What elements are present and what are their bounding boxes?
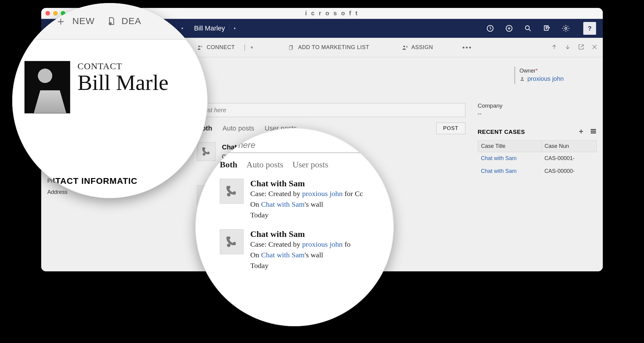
case-number-cell: CAS-00001- <box>541 152 597 165</box>
svg-point-4 <box>565 27 567 30</box>
feed-time-zoom: Today <box>250 210 363 220</box>
feed-title-zoom[interactable]: Chat with Sam <box>250 179 363 188</box>
company-field: Company -- <box>478 102 597 117</box>
feed-title-zoom[interactable]: Chat with Sam <box>250 229 351 239</box>
help-button[interactable]: ? <box>583 22 596 35</box>
feed-item-zoom: Chat with Sam Case: Created by proxious … <box>220 179 394 220</box>
more-commands-button[interactable]: ••• <box>462 44 472 52</box>
post-input[interactable]: post here <box>197 103 465 117</box>
popout-icon[interactable] <box>578 44 584 52</box>
svg-point-17 <box>227 193 231 197</box>
record-type-label: CONTACT <box>78 61 168 71</box>
feed-author-link[interactable]: proxious john <box>302 190 343 198</box>
svg-point-9 <box>403 45 405 47</box>
svg-point-18 <box>227 244 231 247</box>
case-row[interactable]: Chat with SamCAS-00000- <box>478 165 597 178</box>
feed-line-zoom: On Chat with Sam's wall <box>250 199 363 210</box>
gear-icon[interactable] <box>561 24 570 33</box>
feed-wall-link[interactable]: Chat with Sam <box>261 251 305 259</box>
owner-value[interactable]: proxious john <box>519 75 597 82</box>
breadcrumb-record[interactable]: Bill Marley ▾ <box>187 19 240 38</box>
cmd-label: CONNECT <box>207 44 235 51</box>
add-case-icon[interactable] <box>578 128 584 136</box>
phone-case-icon <box>220 179 244 204</box>
svg-point-10 <box>203 153 205 156</box>
svg-point-5 <box>198 45 200 47</box>
chevron-down-icon[interactable]: ▾ <box>234 26 236 30</box>
feed-author-link[interactable]: proxious john <box>302 240 343 248</box>
cmd-label: ASSIGN <box>411 44 433 51</box>
owner-label: Owner <box>519 68 536 74</box>
feed-line-zoom: Case: Created by proxious john fo <box>250 239 351 250</box>
breadcrumb-label: Bill Marley <box>194 24 225 32</box>
mac-minimize-icon[interactable] <box>53 11 58 16</box>
connect-dropdown[interactable]: │ ▾ <box>244 45 253 50</box>
search-icon[interactable] <box>523 24 533 33</box>
case-title-cell[interactable]: Chat with Sam <box>478 152 541 165</box>
svg-point-6 <box>201 45 202 47</box>
contact-name: Bill Marle <box>78 71 168 95</box>
chevron-down-icon[interactable]: ▾ <box>181 26 183 30</box>
feed-line-zoom: On Chat with Sam's wall <box>250 250 351 260</box>
add-marketing-button[interactable]: ADD TO MARKETING LIST <box>285 42 372 53</box>
tab-both-zoom[interactable]: Both <box>220 160 237 170</box>
company-value: -- <box>478 110 597 117</box>
add-icon[interactable] <box>505 24 514 33</box>
svg-rect-14 <box>591 131 596 132</box>
cases-grid-icon[interactable] <box>590 128 597 136</box>
svg-rect-8 <box>289 46 292 50</box>
tab-user-posts-zoom[interactable]: User posts <box>292 160 328 170</box>
cases-col-number[interactable]: Case Nun <box>541 141 597 152</box>
contact-avatar <box>24 61 70 113</box>
tab-auto-posts[interactable]: Auto posts <box>223 124 254 132</box>
owner-field: Owner* proxious john <box>514 66 597 84</box>
phone-case-icon <box>197 142 216 161</box>
section-heading-fragment: NTACT INFORMATIC <box>49 176 137 186</box>
right-pane: Owner* proxious john Company -- RECENT C… <box>475 57 603 271</box>
advanced-find-icon[interactable] <box>542 24 552 33</box>
cmd-label: ADD TO MARKETING LIST <box>298 44 369 51</box>
feed-wall-link[interactable]: Chat with Sam <box>261 200 305 208</box>
nav-up-icon[interactable] <box>551 44 558 52</box>
cases-col-title[interactable]: Case Title <box>478 141 541 152</box>
recent-icon[interactable] <box>486 24 495 33</box>
case-row[interactable]: Chat with SamCAS-00001- <box>478 152 597 165</box>
close-icon[interactable] <box>591 44 598 52</box>
svg-rect-13 <box>591 129 596 130</box>
svg-point-2 <box>525 26 529 30</box>
company-label: Company <box>478 102 597 109</box>
case-number-cell: CAS-00000- <box>541 165 597 178</box>
mac-close-icon[interactable] <box>45 11 50 16</box>
connect-button[interactable]: CONNECT <box>194 42 238 53</box>
deactivate-button[interactable]: DEA <box>107 16 141 26</box>
post-button[interactable]: POST <box>436 123 465 134</box>
svg-point-12 <box>521 77 523 79</box>
phone-case-icon <box>220 229 244 254</box>
svg-rect-15 <box>591 133 596 134</box>
case-title-cell[interactable]: Chat with Sam <box>478 165 541 178</box>
assign-button[interactable]: ASSIGN <box>399 42 436 53</box>
magnifier-contact-header: ＋ NEW DEA CONTACT Bill Marle NTACT INFOR… <box>12 3 208 198</box>
feed-time-zoom: Today <box>250 260 351 271</box>
nav-down-icon[interactable] <box>564 44 571 52</box>
magnifier-activity-feed: post here Both Auto posts User posts Cha… <box>195 128 394 326</box>
feed-item-zoom: Chat with Sam Case: Created by proxious … <box>220 229 394 271</box>
feed-line-zoom: Case: Created by proxious john for Cc <box>250 188 363 199</box>
recent-cases-heading: RECENT CASES <box>478 129 525 135</box>
tab-auto-posts-zoom[interactable]: Auto posts <box>247 160 284 170</box>
recent-cases-table: Case Title Case Nun Chat with SamCAS-000… <box>478 140 597 178</box>
